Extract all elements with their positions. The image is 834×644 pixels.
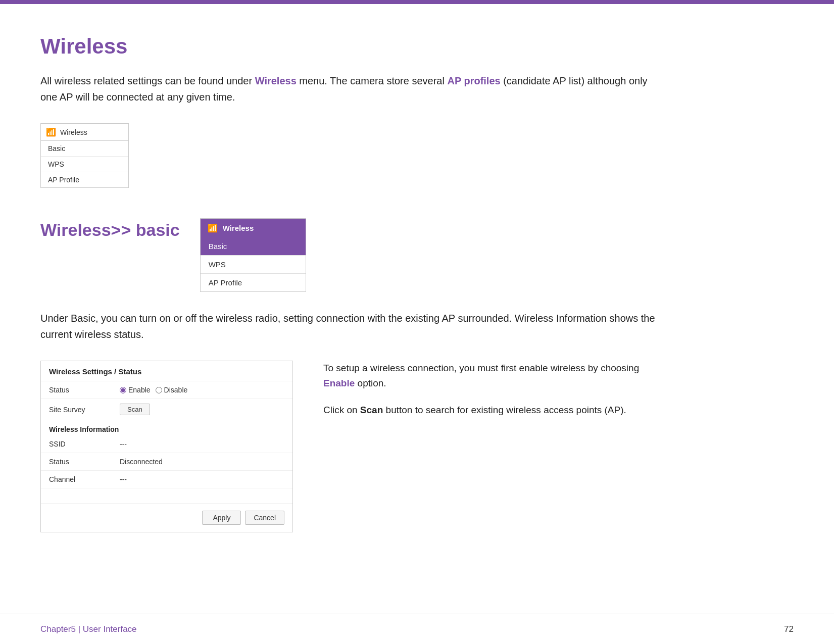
channel-value: --- <box>120 475 127 483</box>
disable-label: Disable <box>164 386 188 394</box>
description-para1: To setup a wireless connection, you must… <box>323 361 667 391</box>
large-menu-item-wps[interactable]: WPS <box>201 256 306 274</box>
description-column: To setup a wireless connection, you must… <box>323 361 667 429</box>
settings-layout: Wireless Settings / Status Status Enable… <box>40 361 667 532</box>
top-bar <box>0 0 834 4</box>
intro-wireless-link: Wireless <box>255 75 297 86</box>
large-menu-item-basic[interactable]: Basic <box>201 237 306 256</box>
site-survey-value: Scan <box>120 404 150 415</box>
wireless-basic-section: Wireless>> basic 📶 Wireless Basic WPS AP… <box>40 218 667 292</box>
wireless-info-header: Wireless Information <box>41 420 292 435</box>
settings-panel: Wireless Settings / Status Status Enable… <box>40 361 293 532</box>
page-title: Wireless <box>40 34 667 59</box>
status-info-row: Status Disconnected <box>41 453 292 471</box>
status-radio-group: Enable Disable <box>120 386 187 394</box>
small-menu-item-wps: WPS <box>41 157 128 172</box>
large-menu-title: Wireless <box>223 224 254 232</box>
wifi-icon-small: 📶 <box>46 127 56 137</box>
body-text: Under Basic, you can turn on or off the … <box>40 310 667 342</box>
enable-radio[interactable] <box>120 387 126 393</box>
status-info-label: Status <box>49 458 120 466</box>
status-row: Status Enable Disable <box>41 381 292 399</box>
apply-button[interactable]: Apply <box>202 511 241 525</box>
intro-ap-link: AP profiles <box>447 75 500 86</box>
desc-p1-2: option. <box>355 378 386 388</box>
intro-text-2: menu. The camera store several <box>297 75 448 86</box>
footer: Chapter5 | User Interface 72 <box>0 614 834 644</box>
enable-radio-label[interactable]: Enable <box>120 386 151 394</box>
desc-p2-2: button to search for existing wireless a… <box>383 405 626 415</box>
scan-button[interactable]: Scan <box>120 404 150 415</box>
spacer-row <box>41 488 292 504</box>
intro-text-1: All wireless related settings can be fou… <box>40 75 255 86</box>
panel-buttons: Apply Cancel <box>41 504 292 532</box>
small-menu-title: Wireless <box>60 128 87 136</box>
wireless-basic-title: Wireless>> basic <box>40 218 180 240</box>
ssid-label: SSID <box>49 440 120 448</box>
desc-p1-enable: Enable <box>323 378 355 388</box>
disable-radio[interactable] <box>156 387 162 393</box>
disable-radio-label[interactable]: Disable <box>156 386 188 394</box>
site-survey-label: Site Survey <box>49 406 120 414</box>
large-menu-header: 📶 Wireless <box>201 219 306 237</box>
small-menu-item-ap-profile: AP Profile <box>41 172 128 187</box>
ssid-row: SSID --- <box>41 435 292 453</box>
small-menu-header: 📶 Wireless <box>41 124 128 141</box>
large-menu-widget: 📶 Wireless Basic WPS AP Profile <box>200 218 306 292</box>
cancel-button[interactable]: Cancel <box>245 511 284 525</box>
channel-row: Channel --- <box>41 471 292 488</box>
desc-p1-1: To setup a wireless connection, you must… <box>323 363 639 373</box>
large-menu-item-ap-profile[interactable]: AP Profile <box>201 274 306 291</box>
footer-right: 72 <box>784 624 794 634</box>
small-menu-item-basic: Basic <box>41 141 128 157</box>
panel-title: Wireless Settings / Status <box>41 361 292 381</box>
desc-p2-1: Click on <box>323 405 360 415</box>
desc-p2-scan: Scan <box>360 405 383 415</box>
intro-paragraph: All wireless related settings can be fou… <box>40 73 667 105</box>
channel-label: Channel <box>49 475 120 483</box>
page-content: Wireless All wireless related settings c… <box>0 4 707 573</box>
status-info-value: Disconnected <box>120 458 163 466</box>
status-label: Status <box>49 386 120 394</box>
description-para2: Click on Scan button to search for exist… <box>323 403 667 418</box>
small-menu-widget: 📶 Wireless Basic WPS AP Profile <box>40 123 129 188</box>
site-survey-row: Site Survey Scan <box>41 399 292 420</box>
footer-left: Chapter5 | User Interface <box>40 624 137 634</box>
wifi-icon-large: 📶 <box>208 223 218 233</box>
ssid-value: --- <box>120 440 127 448</box>
enable-label: Enable <box>128 386 151 394</box>
